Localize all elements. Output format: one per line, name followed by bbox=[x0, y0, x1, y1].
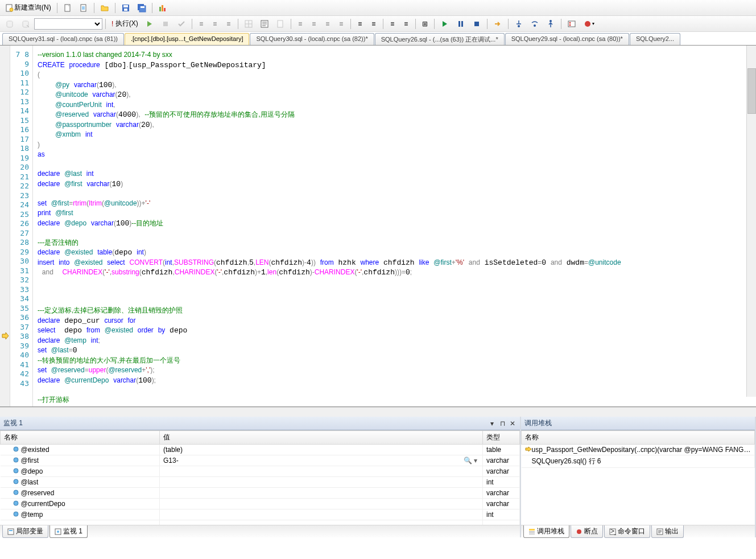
document-tab[interactable]: SQLQuery2... bbox=[630, 33, 680, 45]
separator bbox=[238, 19, 238, 29]
svg-rect-12 bbox=[162, 5, 163, 11]
outdent-button[interactable]: ≡ bbox=[195, 18, 208, 30]
callstack-panel-tabs: 调用堆栈断点>_命令窗口输出 bbox=[521, 525, 755, 537]
decrease-indent-button[interactable]: ≡ bbox=[321, 18, 334, 30]
step-out-button[interactable] bbox=[543, 18, 558, 30]
watch-row[interactable]: @tempint bbox=[1, 509, 520, 520]
continue-icon bbox=[440, 19, 449, 28]
results-grid-button[interactable] bbox=[241, 18, 256, 30]
comment-out-button[interactable]: ≡ bbox=[294, 18, 307, 30]
increase-indent-button[interactable]: ≡ bbox=[335, 18, 348, 30]
document-tab[interactable]: SQLQuery30.sql - (local).cnpc (sa (82))* bbox=[250, 33, 374, 45]
continue-button[interactable] bbox=[437, 18, 452, 30]
stop-debug-button[interactable] bbox=[469, 18, 484, 30]
specify-button[interactable]: ⊞ bbox=[419, 18, 431, 30]
execute-button[interactable]: ! 执行(X) bbox=[109, 18, 141, 30]
uncomment-button[interactable]: ≡ bbox=[308, 18, 320, 30]
watch-row[interactable]: @reservedvarchar bbox=[1, 488, 520, 499]
panel-pin-button[interactable]: ⊓ bbox=[498, 420, 506, 428]
panel-dropdown-button[interactable]: ▾ bbox=[488, 420, 496, 428]
document-tab[interactable]: .[cnpc].[dbo].[usp...t_GetNewDepositary] bbox=[125, 33, 249, 45]
panel-tab-breakpoint[interactable]: 断点 bbox=[571, 525, 603, 538]
callstack-grid[interactable]: 名称 usp_Passport_GetNewDepositary(..cnpc)… bbox=[521, 430, 755, 525]
change-db-button[interactable] bbox=[18, 18, 33, 30]
callstack-icon bbox=[528, 528, 535, 535]
watch-col-value[interactable]: 值 bbox=[160, 431, 483, 445]
cmd-icon: >_ bbox=[609, 528, 616, 535]
watch-col-name[interactable]: 名称 bbox=[1, 431, 160, 445]
debug-button[interactable] bbox=[142, 18, 157, 30]
svg-rect-4 bbox=[82, 6, 85, 10]
stop-debug-icon bbox=[472, 19, 481, 28]
save-icon bbox=[121, 3, 130, 13]
panel-tab-locals[interactable]: 局部变量 bbox=[2, 525, 48, 538]
svg-rect-47 bbox=[529, 531, 535, 533]
callstack-row[interactable]: usp_Passport_GetNewDepositary(..cnpc)(va… bbox=[522, 445, 755, 455]
new-file-button[interactable] bbox=[60, 2, 75, 14]
callstack-col-name[interactable]: 名称 bbox=[522, 431, 755, 445]
activity-monitor-button[interactable] bbox=[155, 2, 170, 14]
watch-row[interactable]: @existed(table)table bbox=[1, 445, 520, 455]
stop-button[interactable] bbox=[158, 18, 173, 30]
watch-row[interactable]: @lastint bbox=[1, 477, 520, 488]
watch-row[interactable]: @firstG13-🔍 ▾varchar bbox=[1, 455, 520, 466]
callstack-row[interactable]: SQLQuery26.sql() 行 6 bbox=[522, 455, 755, 468]
show-next-button[interactable] bbox=[490, 18, 505, 30]
panel-tab-callstack[interactable]: 调用堆栈 bbox=[523, 525, 569, 538]
code-editor[interactable]: 7 8 9 10 11 12 13 14 15 16 17 18 19 20 2… bbox=[0, 46, 756, 407]
svg-rect-11 bbox=[159, 7, 161, 11]
watch-icon bbox=[55, 528, 61, 535]
comment-button[interactable]: ≡ bbox=[222, 18, 235, 30]
svg-rect-7 bbox=[124, 9, 127, 11]
execute-label: 执行(X) bbox=[115, 19, 138, 28]
parse-button[interactable] bbox=[174, 18, 189, 30]
watch-col-type[interactable]: 类型 bbox=[483, 431, 520, 445]
watch-row[interactable]: @depovarchar bbox=[1, 466, 520, 477]
magnify-icon[interactable]: 🔍 ▾ bbox=[464, 457, 479, 465]
step-over-button[interactable] bbox=[527, 18, 542, 30]
indent-left-button[interactable]: ≡ bbox=[354, 18, 366, 30]
panel-tab-output[interactable]: 输出 bbox=[651, 525, 684, 538]
results-file-button[interactable] bbox=[273, 18, 288, 30]
save-button[interactable] bbox=[118, 2, 133, 14]
svg-point-30 bbox=[550, 20, 552, 22]
indent2-button[interactable]: ≡ bbox=[400, 18, 412, 30]
open-file-button[interactable] bbox=[97, 2, 112, 14]
toolbar-sql: ! 执行(X) ≡ ≡ ≡ ≡ ≡ ≡ ≡ ≡ ≡ ≡ ≡ ⊞ ▾ bbox=[0, 16, 756, 32]
code-content[interactable]: --version 1.1.0 last changed 2014-7-4 by… bbox=[33, 46, 756, 406]
watch-row[interactable]: @currentDepovarchar bbox=[1, 499, 520, 509]
step-into-button[interactable] bbox=[511, 18, 526, 30]
breakpoint-margin[interactable] bbox=[0, 46, 10, 406]
document-tab[interactable]: SQLQuery26.sql - (...(sa (63)) 正在调试...* bbox=[375, 33, 505, 45]
new-query-button[interactable]: 新建查询(N) bbox=[2, 2, 54, 14]
watch-row-empty[interactable] bbox=[1, 520, 520, 525]
new-project-button[interactable] bbox=[76, 2, 91, 14]
toolbar-main: 新建查询(N) bbox=[0, 0, 756, 16]
svg-point-45 bbox=[57, 531, 59, 533]
panel-tab-cmd[interactable]: >_命令窗口 bbox=[604, 525, 650, 538]
breakpoints-button[interactable] bbox=[564, 18, 579, 30]
results-text-button[interactable] bbox=[257, 18, 272, 30]
indent-right-button[interactable]: ≡ bbox=[367, 18, 380, 30]
watch-grid[interactable]: 名称 值 类型 @existed(table)table@firstG13-🔍 … bbox=[0, 430, 520, 525]
document-tab[interactable]: SQLQuery31.sql - (local).cnpc (sa (81)) bbox=[2, 33, 124, 45]
panel-tab-watch[interactable]: 监视 1 bbox=[49, 525, 88, 538]
panel-close-button[interactable]: ✕ bbox=[509, 420, 517, 428]
outdent2-button[interactable]: ≡ bbox=[386, 18, 399, 30]
horizontal-scrollbar[interactable] bbox=[0, 407, 756, 417]
db-button[interactable] bbox=[2, 18, 17, 30]
callstack-panel: 调用堆栈 名称 usp_Passport_GetNewDepositary(..… bbox=[521, 417, 756, 537]
file-icon bbox=[276, 19, 285, 28]
variable-icon bbox=[13, 446, 19, 452]
database-combo[interactable] bbox=[34, 18, 102, 30]
breakpoint-toggle-button[interactable]: ▾ bbox=[580, 18, 597, 30]
scroll-thumb[interactable] bbox=[747, 68, 756, 114]
vertical-scrollbar[interactable] bbox=[746, 46, 756, 397]
separator bbox=[508, 19, 509, 29]
db-icon bbox=[5, 19, 14, 28]
save-all-button[interactable] bbox=[134, 2, 149, 14]
pause-button[interactable] bbox=[453, 18, 468, 30]
current-line-arrow-icon bbox=[1, 332, 9, 340]
indent-button[interactable]: ≡ bbox=[209, 18, 221, 30]
document-tab[interactable]: SQLQuery29.sql - (local).cnpc (sa (80))* bbox=[505, 33, 629, 45]
